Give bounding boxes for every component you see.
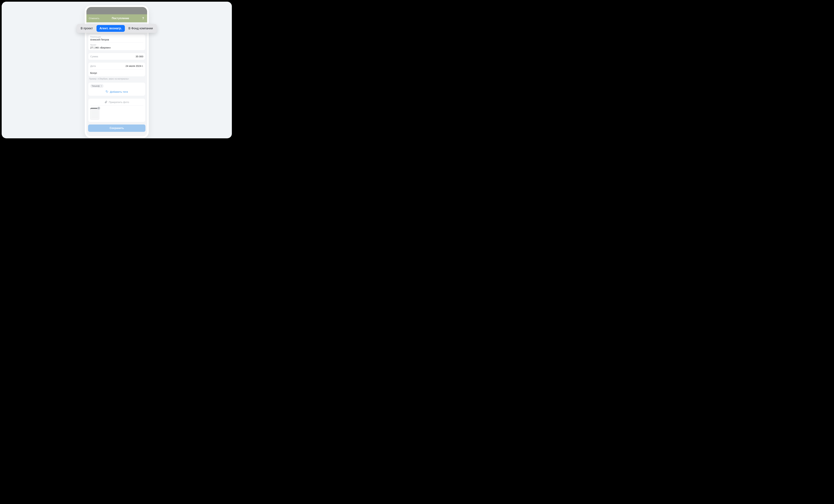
project-row[interactable]: Проект 27 | ЖК «Берлин» [88, 43, 145, 50]
type-tabs: В проект Агент. вознагр. В Фонд компании [76, 24, 157, 33]
amount-value: 35 000 [136, 55, 143, 58]
navbar: Отменить Поступление ? [86, 14, 147, 22]
tab-fund[interactable]: В Фонд компании [126, 25, 156, 32]
payer-project-card: Плательщик Алексей Петров Проект 27 | ЖК… [88, 35, 146, 50]
amount-label: Сумма [90, 55, 98, 58]
help-button[interactable]: ? [141, 17, 145, 20]
project-label: Проект [90, 44, 143, 46]
date-label: Дата [90, 65, 96, 67]
payer-label: Плательщик [90, 36, 143, 38]
note-value: Бонус [90, 71, 97, 74]
canvas: Отменить Поступление ? Плательщик Алексе… [2, 2, 232, 138]
amount-card: Сумма 35 000 [88, 53, 146, 60]
note-row[interactable]: Бонус [88, 69, 145, 76]
tag-chip[interactable]: Тинькоф ✕ [90, 84, 104, 88]
attach-card: Прикрепить фото ✕ [88, 98, 146, 122]
attach-label: Прикрепить фото [109, 101, 129, 104]
payer-row[interactable]: Плательщик Алексей Петров [88, 35, 145, 42]
tag-chip-remove-icon[interactable]: ✕ [101, 85, 102, 87]
statusbar [86, 7, 147, 14]
content: Плательщик Алексей Петров Проект 27 | ЖК… [86, 22, 147, 136]
tag-chip-label: Тинькоф [92, 85, 100, 87]
date-value: 24 июля 2024 г. [126, 65, 143, 67]
note-hint: Пример: «Сбербанк, аванс на материалы» [88, 77, 146, 80]
svg-point-0 [106, 91, 107, 91]
tag-icon [106, 90, 109, 93]
page-title: Поступление [112, 17, 129, 20]
tab-project[interactable]: В проект [78, 25, 96, 32]
date-note-card: Дата 24 июля 2024 г. Бонус [88, 62, 146, 77]
tags-card: Тинькоф ✕ Добавить теги [88, 82, 146, 96]
add-tags-button[interactable]: Добавить теги [90, 90, 143, 94]
paperclip-icon [104, 100, 107, 104]
save-button[interactable]: Сохранить [88, 124, 146, 132]
add-tags-label: Добавить теги [110, 90, 128, 93]
tab-agent[interactable]: Агент. вознагр. [96, 25, 125, 32]
attach-photo-button[interactable]: Прикрепить фото [90, 100, 143, 104]
cancel-button[interactable]: Отменить [89, 17, 100, 20]
payer-value: Алексей Петров [90, 38, 143, 41]
attachment-remove-button[interactable]: ✕ [97, 107, 100, 110]
amount-row[interactable]: Сумма 35 000 [88, 53, 145, 60]
attachment-thumbnail[interactable]: ✕ [90, 108, 99, 120]
date-row[interactable]: Дата 24 июля 2024 г. [88, 63, 145, 69]
project-value: 27 | ЖК «Берлин» [90, 46, 143, 49]
